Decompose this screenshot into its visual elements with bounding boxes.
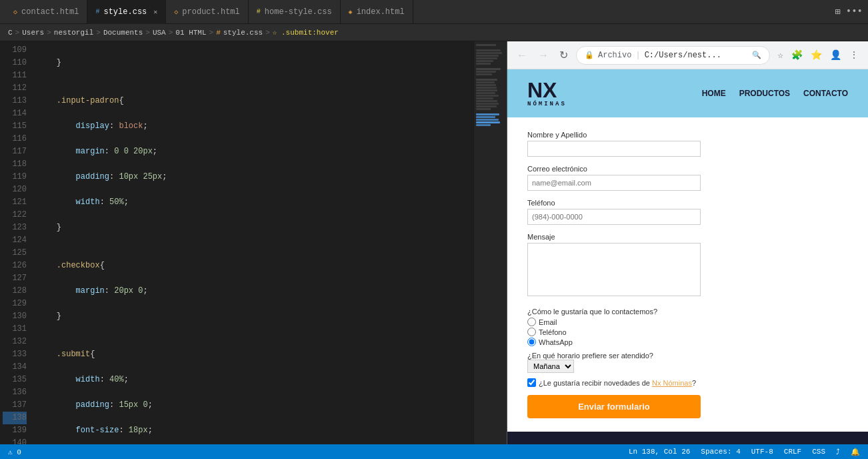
radio-email: Email: [527, 318, 848, 326]
url-text: C:/Users/nest...: [645, 51, 748, 60]
extensions-icon[interactable]: 🧩: [789, 47, 805, 63]
html-icon-3: ◈: [349, 8, 353, 16]
mensaje-textarea[interactable]: [527, 243, 701, 296]
minimap: [473, 41, 507, 444]
tab-home-style-css[interactable]: # home-style.css: [249, 0, 341, 24]
split-editor-icon[interactable]: ⊞: [835, 6, 840, 17]
code-line: }: [37, 57, 468, 69]
code-editor: 109 110 111 112 113 114 115 116 117 118 …: [0, 41, 507, 444]
toolbar-actions: ⊞ •••: [835, 6, 863, 17]
url-separator: |: [635, 51, 640, 60]
html-icon-2: ◇: [174, 8, 178, 16]
radio-telefono-input[interactable]: [527, 328, 536, 336]
code-line: width: 40%;: [37, 374, 468, 386]
html-icon: ◇: [13, 8, 17, 16]
reload-button[interactable]: ↻: [557, 46, 571, 64]
nav-productos[interactable]: PRODUCTOS: [739, 89, 790, 98]
code-lines[interactable]: } .input-padron{ display: block; margin:…: [32, 41, 473, 444]
novedades-checkbox[interactable]: [527, 378, 536, 387]
tab-bar: ◇ contact.html # style.css ✕ ◇ product.h…: [0, 0, 868, 24]
novedades-group: ¿Le gustaría recibir novedades de Nx Nóm…: [527, 378, 848, 387]
nav-home[interactable]: HOME: [702, 89, 726, 98]
nombre-input[interactable]: [527, 141, 701, 157]
mensaje-group: Mensaje: [527, 233, 848, 300]
nx-logo: NX NÓMINAS: [527, 79, 567, 107]
correo-group: Correo electrónico: [527, 165, 848, 191]
browser-actions: ☆ 🧩 ⭐ 👤 ⋮: [775, 47, 861, 63]
mensaje-label: Mensaje: [527, 233, 848, 241]
contact-method-label: ¿Cómo le gustaría que lo contactemos?: [527, 308, 848, 316]
website-preview: NX NÓMINAS HOME PRODUCTOS CONTACTO Nombr…: [507, 69, 868, 444]
nx-header: NX NÓMINAS HOME PRODUCTOS CONTACTO: [507, 69, 868, 117]
code-line: }: [37, 221, 468, 234]
novedades-link[interactable]: Nx Nóminas: [652, 379, 692, 387]
nav-contacto[interactable]: CONTACTO: [803, 89, 848, 98]
horario-group: ¿En qué horario prefiere ser atendido? M…: [527, 352, 848, 373]
nombre-label: Nombre y Apellido: [527, 131, 848, 139]
correo-input[interactable]: [527, 175, 701, 191]
error-count: ⚠ 0: [8, 448, 21, 456]
css-icon-2: #: [257, 8, 261, 15]
address-bar[interactable]: 🔒 Archivo | C:/Users/nest... 🔍: [576, 46, 770, 65]
code-line: padding: 10px 25px;: [37, 171, 468, 183]
novedades-label: ¿Le gustaría recibir novedades de Nx Nóm…: [539, 379, 696, 387]
radio-telefono: Teléfono: [527, 328, 848, 336]
minimap-lines: [474, 41, 507, 132]
browser-pane: ← → ↻ 🔒 Archivo | C:/Users/nest... 🔍 ☆ 🧩…: [507, 41, 868, 444]
submit-button[interactable]: Enviar formulario: [527, 395, 701, 418]
nx-footer: NX NOMINAS © Copyright Nx Nominas - 2023: [507, 432, 868, 444]
tab-contact-html[interactable]: ◇ contact.html: [5, 0, 87, 24]
code-line: width: 50%;: [37, 196, 468, 209]
logo-sub-text: NÓMINAS: [527, 101, 567, 107]
code-line: padding: 15px 0;: [37, 399, 468, 412]
code-line: .submit{: [37, 348, 468, 361]
telefono-group: Teléfono: [527, 199, 848, 225]
radio-email-label: Email: [539, 318, 557, 326]
logo-main-text: NX: [527, 79, 567, 101]
more-actions-icon[interactable]: •••: [846, 6, 863, 17]
lock-icon: 🔒: [585, 51, 594, 59]
radio-whatsapp-label: WhatsApp: [539, 338, 573, 346]
tab-style-css[interactable]: # style.css ✕: [87, 0, 166, 24]
code-line: }: [37, 310, 468, 323]
horario-select[interactable]: Mañana Tarde Noche: [527, 360, 574, 373]
archivo-label: Archivo: [598, 51, 631, 60]
nombre-group: Nombre y Apellido: [527, 131, 848, 157]
breadcrumb: C > Users > nestorgil > Documents > USA …: [0, 24, 868, 41]
encoding: UTF-8: [751, 448, 773, 456]
tab-product-html[interactable]: ◇ product.html: [166, 0, 248, 24]
star-icon[interactable]: ⭐: [808, 47, 825, 63]
css-icon: #: [95, 8, 99, 15]
code-line: margin: 20px 0;: [37, 285, 468, 298]
more-icon[interactable]: ⋮: [847, 47, 861, 63]
line-numbers: 109 110 111 112 113 114 115 116 117 118 …: [0, 41, 32, 444]
radio-email-input[interactable]: [527, 318, 536, 326]
code-line: font-size: 18px;: [37, 424, 468, 437]
radio-whatsapp: WhatsApp: [527, 338, 848, 346]
contact-method-group: ¿Cómo le gustaría que lo contactemos? Em…: [527, 308, 848, 346]
code-area: 109 110 111 112 113 114 115 116 117 118 …: [0, 41, 507, 444]
search-icon: 🔍: [752, 51, 761, 59]
code-line: .input-padron{: [37, 95, 468, 107]
code-line: .checkbox{: [37, 260, 468, 272]
spaces: Spaces: 4: [701, 448, 740, 456]
profile-icon[interactable]: 👤: [827, 47, 844, 63]
cursor-position: Ln 138, Col 26: [629, 448, 690, 456]
code-line: display: block;: [37, 120, 468, 133]
status-bar: ⚠ 0 Ln 138, Col 26 Spaces: 4 UTF-8 CRLF …: [0, 444, 868, 459]
vcs-icon: ⤴: [836, 448, 840, 456]
language: CSS: [812, 448, 825, 456]
bell-icon: 🔔: [851, 448, 860, 456]
back-button[interactable]: ←: [514, 47, 530, 64]
bookmark-icon[interactable]: ☆: [775, 47, 786, 63]
code-line: margin: 0 0 20px;: [37, 145, 468, 158]
radio-whatsapp-input[interactable]: [527, 338, 536, 346]
correo-label: Correo electrónico: [527, 165, 848, 173]
forward-button[interactable]: →: [535, 47, 551, 64]
nx-form-section: Nombre y Apellido Correo electrónico Tel…: [507, 117, 868, 432]
radio-telefono-label: Teléfono: [539, 328, 567, 336]
close-tab-button[interactable]: ✕: [153, 8, 157, 16]
telefono-input[interactable]: [527, 209, 701, 225]
tab-index-html[interactable]: ◈ index.html: [341, 0, 413, 24]
main-area: 109 110 111 112 113 114 115 116 117 118 …: [0, 41, 868, 444]
